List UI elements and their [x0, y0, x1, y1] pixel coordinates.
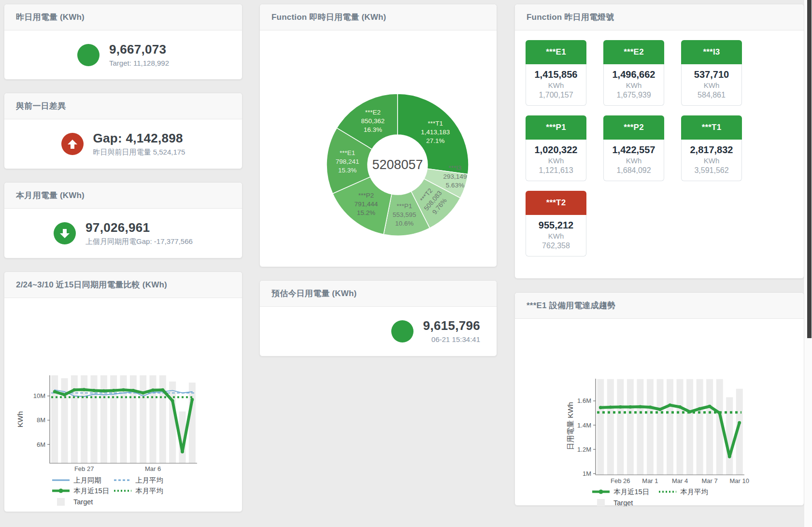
compare-15day-chart[interactable]: 6M8M10MFeb 27Mar 6KWh上月同期上月平均本月近15日本月平均T… — [4, 298, 243, 513]
tile-unit: KWh — [526, 81, 586, 89]
tile-status-header: ***E2 — [603, 40, 664, 64]
legend-item-本月近15日[interactable]: 本月近15日 — [52, 487, 109, 495]
card-gap-previous-day: 與前一日差異 Gap: 4,142,898 昨日與前日用電量 5,524,175 — [4, 93, 242, 169]
series-point — [628, 405, 632, 409]
target-bar — [597, 379, 604, 475]
series-point — [728, 455, 731, 458]
card-e1-trend-chart: ***E1 設備用電達成趨勢 1M1.2M1.4M1.6MFeb 26Mar 1… — [514, 292, 804, 506]
card-title-forecast: 預估今日用電量 (KWh) — [260, 281, 497, 307]
tile-value: 537,710 — [682, 69, 741, 80]
card-title-lights: Function 昨日用電燈號 — [515, 4, 804, 30]
series-point — [738, 421, 741, 425]
tile-value: 1,496,662 — [604, 69, 664, 80]
series-point — [53, 390, 57, 393]
svg-text:本月平均: 本月平均 — [135, 487, 163, 495]
scrollbar-track[interactable] — [804, 0, 812, 527]
tile-unit: KWh — [604, 157, 664, 165]
target-bar — [656, 379, 663, 475]
legend-item-上月同期[interactable]: 上月同期 — [52, 476, 101, 484]
card-title-text: 與前一日差異 — [16, 100, 66, 112]
e1-trend-chart[interactable]: 1M1.2M1.4M1.6MFeb 26Mar 1Mar 4Mar 7Mar 1… — [515, 319, 805, 506]
light-tile-T2: ***T2955,212KWh762,358 — [526, 191, 586, 256]
tile-value: 2,817,832 — [682, 144, 741, 156]
svg-text:上月平均: 上月平均 — [135, 476, 163, 484]
card-title-compare: 2/24~3/10 近15日同期用電量比較 (KWh) — [4, 272, 242, 298]
series-point — [122, 388, 125, 392]
legend-item-Target[interactable]: Target — [597, 499, 633, 506]
legend-item-本月平均[interactable]: 本月平均 — [114, 487, 163, 495]
series-point — [190, 398, 194, 401]
y-tick-label: 1.6M — [577, 397, 591, 404]
target-bar — [140, 375, 146, 463]
tile-value: 1,422,557 — [604, 144, 664, 156]
target-bar — [607, 379, 614, 475]
series-point — [649, 406, 652, 409]
series-point — [112, 389, 115, 392]
series-point — [83, 388, 86, 391]
target-bar — [100, 375, 107, 463]
tile-target-value: 762,358 — [526, 242, 586, 250]
card-title-gap: 與前一日差異 — [4, 93, 242, 119]
target-bar — [697, 379, 703, 475]
card-title-text: Function 昨日用電燈號 — [527, 12, 614, 23]
target-bar — [110, 375, 117, 463]
legend-item-本月近15日[interactable]: 本月近15日 — [592, 488, 649, 496]
tile-body: 955,212KWh762,358 — [526, 215, 586, 256]
y-tick-label: 8M — [37, 416, 45, 424]
tile-unit: KWh — [526, 232, 586, 240]
target-bar — [91, 375, 98, 463]
y-tick-label: 1M — [583, 470, 591, 477]
card-month-usage: 本月用電量 (KWh) 97,026,961 上個月同期用電Gap: -17,3… — [4, 182, 242, 258]
tile-status-header: ***T1 — [681, 115, 742, 140]
card-yesterday-usage: 昨日用電量 (KWh) 9,667,073 Target: 11,128,992 — [4, 4, 242, 80]
y-axis-title: KWh — [16, 411, 24, 427]
series-point — [171, 399, 174, 402]
scrollbar-thumb[interactable] — [807, 0, 812, 338]
x-tick-label: Feb 27 — [74, 465, 94, 472]
card-title-yesterday: 昨日用電量 (KWh) — [4, 4, 242, 30]
tile-row: ***P11,020,322KWh1,121,613***P21,422,557… — [515, 115, 804, 181]
series-point — [678, 405, 682, 409]
tile-row: ***E11,415,856KWh1,700,157***E21,496,662… — [515, 40, 804, 106]
series-point — [639, 405, 642, 409]
legend-item-上月平均[interactable]: 上月平均 — [114, 476, 163, 484]
arrow-up-icon — [68, 140, 77, 149]
series-point — [708, 405, 712, 408]
series-point — [599, 406, 602, 409]
series-point — [161, 388, 164, 392]
target-bar — [677, 379, 684, 475]
card-today-forecast: 預估今日用電量 (KWh) 9,615,796 06-21 15:34:41 — [259, 280, 497, 356]
tile-body: 2,817,832KWh3,591,562 — [681, 140, 742, 181]
svg-text:Target: Target — [73, 498, 93, 506]
tile-unit: KWh — [604, 81, 664, 89]
series-point — [102, 389, 105, 393]
target-bar — [706, 379, 713, 475]
tile-body: 537,710KWh584,861 — [681, 64, 742, 106]
legend-item-Target[interactable]: Target — [57, 498, 93, 506]
card-15day-compare-chart: 2/24~3/10 近15日同期用電量比較 (KWh) 6M8M10MFeb 2… — [4, 271, 242, 512]
tile-status-header: ***T2 — [526, 191, 586, 215]
tile-target-value: 1,700,157 — [526, 91, 586, 100]
donut-center-total: 5208057 — [372, 157, 423, 172]
tile-row: ***T2955,212KWh762,358 — [515, 191, 804, 256]
kpi-timestamp: 06-21 15:34:41 — [423, 335, 480, 343]
realtime-usage-donut-chart[interactable]: ***T11,413,18327.1%***I3293,1495.63%***T… — [260, 30, 498, 268]
arrow-down-status-icon — [54, 222, 76, 244]
card-title-text: 本月用電量 (KWh) — [16, 190, 85, 201]
kpi-value: 9,667,073 — [109, 43, 169, 57]
card-title-text: Function 即時日用電量 (KWh) — [271, 12, 386, 23]
card-title-text: 昨日用電量 (KWh) — [16, 12, 85, 23]
x-tick-label: Mar 7 — [702, 477, 718, 484]
kpi-value: 97,026,961 — [85, 221, 193, 235]
light-tile-E2: ***E21,496,662KWh1,675,939 — [603, 40, 664, 106]
tile-target-value: 584,861 — [682, 91, 741, 100]
tile-unit: KWh — [682, 157, 741, 165]
y-tick-label: 1.2M — [577, 446, 591, 453]
target-bar — [637, 379, 643, 475]
kpi-value: Gap: 4,142,898 — [93, 131, 185, 146]
svg-text:Target: Target — [613, 499, 633, 506]
target-bar — [130, 375, 137, 463]
tile-value: 1,020,322 — [526, 144, 586, 156]
y-tick-label: 6M — [37, 441, 45, 448]
legend-item-本月平均[interactable]: 本月平均 — [659, 488, 708, 496]
